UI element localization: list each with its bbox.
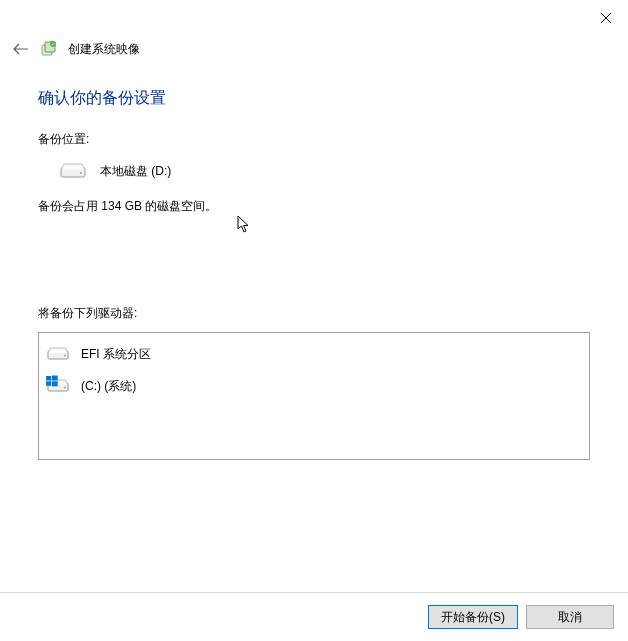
hard-drive-icon bbox=[47, 346, 69, 362]
svg-rect-13 bbox=[46, 381, 51, 386]
button-label: 取消 bbox=[558, 610, 582, 624]
svg-point-10 bbox=[64, 387, 66, 389]
back-button[interactable] bbox=[12, 40, 30, 58]
hard-drive-icon bbox=[60, 162, 86, 180]
svg-rect-14 bbox=[52, 381, 58, 386]
drive-row: EFI 系统分区 bbox=[47, 343, 581, 365]
hard-drive-icon bbox=[47, 378, 69, 394]
footer: 开始备份(S) 取消 bbox=[0, 592, 628, 629]
titlebar: 创建系统映像 bbox=[12, 40, 140, 58]
app-icon bbox=[40, 40, 58, 58]
svg-rect-12 bbox=[52, 376, 58, 381]
page-heading: 确认你的备份设置 bbox=[38, 88, 590, 109]
drive-row: (C:) (系统) bbox=[47, 375, 581, 397]
windows-flag-icon bbox=[46, 375, 58, 387]
start-backup-button[interactable]: 开始备份(S) bbox=[428, 605, 518, 629]
window-title: 创建系统映像 bbox=[68, 41, 140, 58]
backup-location-row: 本地磁盘 (D:) bbox=[60, 162, 590, 180]
backup-location-label: 备份位置: bbox=[38, 131, 590, 148]
content-area: 确认你的备份设置 备份位置: 本地磁盘 (D:) 备份会占用 134 GB 的磁… bbox=[38, 88, 590, 460]
svg-point-6 bbox=[80, 172, 82, 174]
svg-rect-11 bbox=[46, 376, 51, 381]
svg-point-8 bbox=[64, 355, 66, 357]
drives-list-label: 将备份下列驱动器: bbox=[38, 305, 590, 322]
space-required-text: 备份会占用 134 GB 的磁盘空间。 bbox=[38, 198, 590, 215]
drive-label: EFI 系统分区 bbox=[81, 346, 151, 363]
button-label: 开始备份(S) bbox=[441, 610, 505, 624]
close-button[interactable] bbox=[596, 8, 616, 28]
drive-label: (C:) (系统) bbox=[81, 378, 136, 395]
backup-location-value: 本地磁盘 (D:) bbox=[100, 163, 171, 180]
drives-list: EFI 系统分区 (C:) (系统) bbox=[38, 332, 590, 460]
cancel-button[interactable]: 取消 bbox=[526, 605, 614, 629]
